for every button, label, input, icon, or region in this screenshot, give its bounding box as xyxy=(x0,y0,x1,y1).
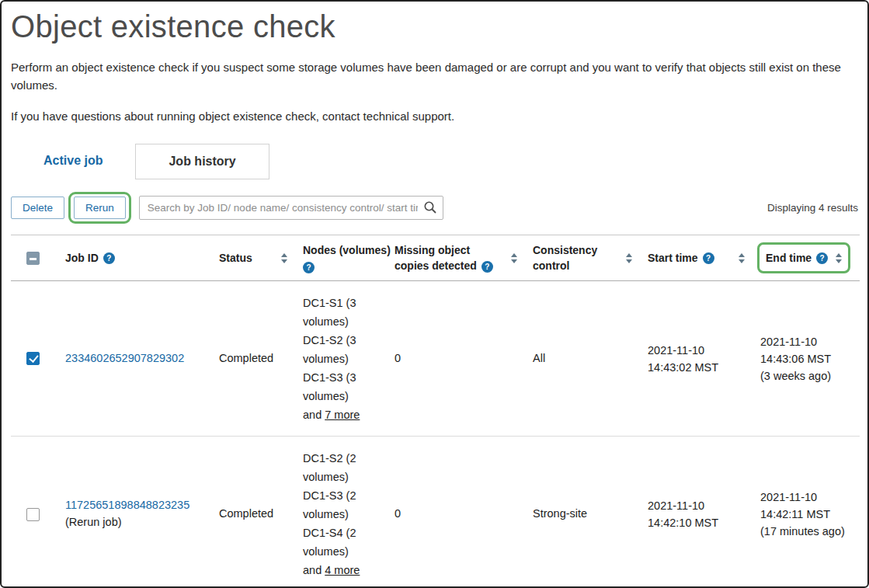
more-prefix: and xyxy=(303,409,322,421)
node-item: DC1-S4 (2 volumes) xyxy=(303,524,382,561)
delete-button[interactable]: Delete xyxy=(11,197,64,219)
status-header-label: Status xyxy=(219,250,252,266)
nodes-cell: DC1-S2 (2 volumes) DC1-S3 (2 volumes) DC… xyxy=(303,449,382,579)
node-item: DC1-S3 (3 volumes) xyxy=(303,368,382,405)
missing-header-line1: Missing object xyxy=(395,242,493,258)
end-date: 2021-11-10 xyxy=(760,333,853,350)
start-time-header-label: Start time xyxy=(648,250,698,266)
job-id-header-label: Job ID xyxy=(65,250,99,266)
column-header-end-time: End time ? xyxy=(754,235,860,281)
start-time: 14:43:02 MST xyxy=(648,359,748,376)
search-icon[interactable] xyxy=(423,200,437,217)
help-icon[interactable]: ? xyxy=(703,252,714,264)
start-time-cell: 2021-11-10 14:42:10 MST xyxy=(648,497,748,531)
end-date: 2021-11-10 xyxy=(760,489,853,506)
row-checkbox[interactable] xyxy=(26,508,40,521)
job-history-table: Job ID ? Status Nodes (volumes) ? xyxy=(11,235,860,588)
job-id-link[interactable]: 2334602652907829302 xyxy=(65,352,184,364)
page-description-2: If you have questions about running obje… xyxy=(11,107,843,125)
column-header-start-time: Start time ? xyxy=(641,235,754,281)
help-icon[interactable]: ? xyxy=(816,252,828,264)
table-row: 2334602652907829302 Completed DC1-S1 (3 … xyxy=(11,281,860,437)
tab-active-job[interactable]: Active job xyxy=(11,144,135,179)
job-note: (Rerun job) xyxy=(65,514,207,531)
sort-icon[interactable] xyxy=(836,253,842,263)
missing-copies-cell: 0 xyxy=(388,281,527,437)
consistency-cell: Strong-site xyxy=(527,437,641,588)
rerun-button[interactable]: Rerun xyxy=(74,197,126,219)
help-icon[interactable]: ? xyxy=(303,262,315,273)
end-time-annotation-highlight: End time ? xyxy=(757,242,850,273)
sort-icon[interactable] xyxy=(626,253,635,263)
consistency-cell: All xyxy=(527,281,641,437)
column-header-missing-copies: Missing object copies detected? xyxy=(388,235,527,281)
nodes-header-label: Nodes (volumes) xyxy=(303,242,382,258)
start-date: 2021-11-10 xyxy=(648,342,748,359)
more-prefix: and xyxy=(303,564,322,576)
start-date: 2021-11-10 xyxy=(648,497,748,514)
sort-icon[interactable] xyxy=(511,253,520,263)
page-frame: Object existence check Perform an object… xyxy=(0,0,869,588)
search-input[interactable] xyxy=(139,196,443,220)
tab-job-history[interactable]: Job history xyxy=(135,144,269,179)
nodes-cell: DC1-S1 (3 volumes) DC1-S2 (3 volumes) DC… xyxy=(303,294,382,424)
node-item: DC1-S1 (3 volumes) xyxy=(303,294,382,331)
results-count: Displaying 4 results xyxy=(767,202,858,214)
row-checkbox[interactable] xyxy=(26,352,40,365)
start-time: 14:42:10 MST xyxy=(648,514,748,531)
page-description-1: Perform an object existence check if you… xyxy=(11,58,843,95)
table-header-row: Job ID ? Status Nodes (volumes) ? xyxy=(11,235,860,281)
rerun-annotation-highlight: Rerun xyxy=(68,192,131,224)
column-header-nodes: Nodes (volumes) ? xyxy=(297,235,388,281)
start-time-cell: 2021-11-10 14:43:02 MST xyxy=(648,342,748,376)
column-header-job-id: Job ID ? xyxy=(59,235,213,281)
column-header-consistency: Consistency control xyxy=(527,235,641,281)
status-cell: Completed xyxy=(213,437,297,588)
end-time-cell: 2021-11-10 14:43:06 MST (3 weeks ago) xyxy=(760,333,853,384)
consistency-header-line1: Consistency xyxy=(533,242,597,258)
node-item: DC1-S3 (2 volumes) xyxy=(303,486,382,524)
end-time: 14:43:06 MST xyxy=(760,350,853,367)
search-box xyxy=(139,196,443,220)
page-title: Object existence check xyxy=(11,9,858,44)
column-header-select xyxy=(11,235,59,281)
missing-copies-cell: 0 xyxy=(388,437,527,588)
missing-header-line2: copies detected xyxy=(395,259,477,272)
sort-icon[interactable] xyxy=(739,253,748,263)
toolbar: Delete Rerun Displaying 4 results xyxy=(11,192,858,224)
end-time-header-label: End time xyxy=(766,250,812,266)
more-nodes-link[interactable]: 7 more xyxy=(325,409,360,421)
consistency-header-line2: control xyxy=(533,258,597,273)
node-item: DC1-S2 (2 volumes) xyxy=(303,449,382,486)
end-time-ago: (3 weeks ago) xyxy=(760,367,853,384)
job-id-link[interactable]: 11725651898848823235 xyxy=(65,499,189,511)
end-time-cell: 2021-11-10 14:42:11 MST (17 minutes ago) xyxy=(760,489,853,540)
end-time-ago: (17 minutes ago) xyxy=(760,523,853,540)
help-icon[interactable]: ? xyxy=(103,252,115,264)
help-icon[interactable]: ? xyxy=(481,261,493,273)
table-row: 11725651898848823235 (Rerun job) Complet… xyxy=(11,437,860,588)
node-item: DC1-S2 (3 volumes) xyxy=(303,331,382,368)
more-nodes-link[interactable]: 4 more xyxy=(325,564,360,576)
select-all-checkbox[interactable] xyxy=(26,252,40,265)
tab-bar: Active job Job history xyxy=(11,144,867,179)
column-header-status: Status xyxy=(213,235,297,281)
sort-icon[interactable] xyxy=(281,253,290,263)
status-cell: Completed xyxy=(213,281,297,437)
end-time: 14:42:11 MST xyxy=(760,506,853,523)
